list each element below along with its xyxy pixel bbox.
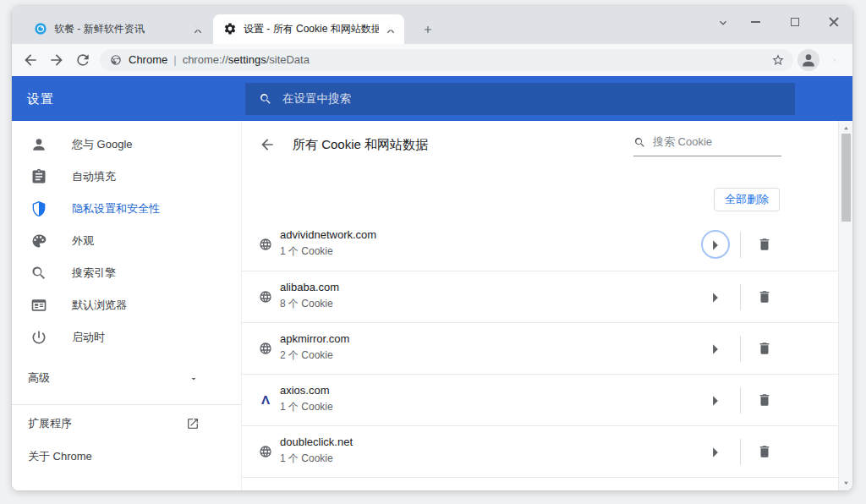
cookie-domain: alibaba.com	[280, 281, 339, 293]
cookie-search-input[interactable]: 搜索 Cookie	[633, 128, 781, 156]
row-separator	[740, 387, 741, 414]
close-tab-icon[interactable]	[191, 22, 205, 36]
sidebar-item-entry[interactable]: 搜索引擎	[12, 257, 241, 289]
globe-icon	[259, 445, 272, 458]
cookie-count: 2 个 Cookie	[280, 348, 333, 363]
sidebar-item-about-chrome[interactable]: 关于 Chrome	[12, 441, 241, 473]
browser-icon	[30, 297, 47, 314]
close-tab-icon[interactable]	[384, 22, 397, 36]
tab-settings[interactable]: 设置 - 所有 Cookie 和网站数据	[213, 14, 404, 44]
address-bar[interactable]: Chrome|chrome://settings/siteData	[100, 49, 793, 71]
globe-icon	[259, 342, 272, 355]
browser-toolbar: Chrome|chrome://settings/siteData	[12, 44, 852, 76]
cookie-row: apkmirror.com 2 个 Cookie	[242, 322, 839, 374]
cookie-search-placeholder: 搜索 Cookie	[653, 128, 712, 156]
chrome-badge-icon	[110, 54, 122, 66]
globe-icon	[259, 238, 272, 251]
maximize-button[interactable]	[781, 11, 809, 33]
expand-arrow-icon[interactable]	[704, 389, 727, 413]
globe-icon	[259, 290, 272, 304]
expand-arrow-icon[interactable]	[704, 286, 727, 310]
back-nav-icon[interactable]	[22, 52, 39, 68]
row-separator	[740, 336, 741, 362]
palette-icon	[30, 233, 47, 249]
cookie-count: 1 个 Cookie	[280, 400, 333, 414]
settings-search-placeholder: 在设置中搜索	[282, 83, 351, 115]
new-tab-button[interactable]	[418, 19, 438, 40]
cookie-domain: advividnetwork.com	[280, 228, 376, 241]
external-link-icon	[186, 417, 200, 430]
tab-strip: 软餐 - 新鲜软件资讯 设置 - 所有 Cookie 和网站数据	[12, 6, 852, 44]
sidebar-item-active[interactable]: 隐私设置和安全性	[12, 193, 241, 225]
delete-site-icon[interactable]	[757, 288, 772, 305]
settings-header: 设置 在设置中搜索	[12, 76, 852, 121]
tab-title: 软餐 - 新鲜软件资讯	[54, 14, 186, 44]
settings-gear-icon	[223, 22, 237, 36]
person-icon	[30, 136, 47, 153]
cookie-row: advividnetwork.com 1 个 Cookie	[242, 219, 839, 271]
sidebar-item-entry[interactable]: 启动时	[12, 321, 241, 353]
axios-logo: Λ	[259, 393, 272, 407]
tab-search-chevron-icon[interactable]	[714, 16, 732, 30]
sidebar-item-entry[interactable]: 外观	[12, 225, 241, 257]
tab-title: 设置 - 所有 Cookie 和网站数据	[244, 14, 379, 44]
delete-site-icon[interactable]	[757, 392, 772, 408]
scrollbar-thumb[interactable]	[841, 134, 851, 222]
sidebar-item-entry[interactable]: 自动填充	[12, 161, 241, 193]
cookie-row: Λ axios.com 1 个 Cookie	[242, 374, 839, 425]
settings-sidebar: 您与 Google 自动填充 隐私设置和安全性 外观 搜索引擎 默认浏览器 启动…	[12, 121, 241, 490]
cookie-domain: axios.com	[280, 384, 330, 397]
delete-site-icon[interactable]	[757, 340, 772, 357]
search-icon	[633, 136, 646, 149]
sidebar-menu: 您与 Google 自动填充 隐私设置和安全性 外观 搜索引擎 默认浏览器 启动…	[12, 129, 241, 353]
row-separator	[740, 439, 741, 465]
chevron-down-icon	[189, 374, 199, 384]
delete-site-icon[interactable]	[757, 443, 772, 460]
cookie-list: advividnetwork.com 1 个 Cookie alibaba.co…	[242, 219, 839, 490]
url-text: Chrome|chrome://settings/siteData	[129, 49, 310, 71]
scroll-up-icon[interactable]	[842, 125, 850, 131]
autofill-icon	[30, 168, 47, 185]
cookie-count: 1 个 Cookie	[280, 244, 333, 259]
ruancan-favicon	[34, 22, 47, 36]
content-scrollbar[interactable]	[838, 121, 852, 490]
cookie-domain: doubleclick.net	[280, 436, 353, 448]
close-window-button[interactable]	[819, 11, 848, 33]
delete-all-button[interactable]: 全部删除	[714, 188, 780, 211]
expand-arrow-icon[interactable]	[704, 337, 727, 361]
page-title: 所有 Cookie 和网站数据	[293, 134, 428, 155]
cookie-count: 1 个 Cookie	[280, 452, 333, 466]
power-icon	[30, 329, 47, 346]
cookie-row: alibaba.com 8 个 Cookie	[242, 271, 839, 322]
forward-nav-icon[interactable]	[48, 52, 65, 68]
sidebar-item-entry[interactable]: 您与 Google	[12, 129, 241, 161]
profile-avatar[interactable]	[797, 49, 819, 71]
row-separator	[740, 284, 741, 310]
reload-icon[interactable]	[74, 52, 91, 68]
cookie-count: 8 个 Cookie	[280, 297, 333, 311]
search-icon	[30, 265, 47, 282]
cookie-domain: apkmirror.com	[280, 332, 349, 345]
focus-ring	[701, 230, 730, 259]
row-separator	[740, 232, 741, 258]
tab-ruancan[interactable]: 软餐 - 新鲜软件资讯	[24, 14, 211, 44]
shield-icon	[30, 200, 47, 217]
back-button[interactable]	[257, 134, 277, 155]
sidebar-item-entry[interactable]: 默认浏览器	[12, 289, 241, 321]
sidebar-item-advanced[interactable]: 高级	[12, 362, 241, 394]
settings-title: 设置	[27, 76, 54, 121]
cookie-page: 所有 Cookie 和网站数据 搜索 Cookie 全部删除 advividne…	[241, 121, 838, 490]
search-icon	[259, 92, 272, 106]
scroll-down-icon[interactable]	[842, 480, 850, 486]
delete-site-icon[interactable]	[757, 236, 772, 253]
sidebar-divider	[12, 404, 241, 405]
settings-search-input[interactable]: 在设置中搜索	[245, 83, 795, 115]
expand-arrow-icon[interactable]	[704, 441, 727, 464]
browser-window: 软餐 - 新鲜软件资讯 设置 - 所有 Cookie 和网站数据 Chrome|…	[12, 6, 852, 490]
cookie-row: doubleclick.net 1 个 Cookie	[242, 425, 839, 477]
minimize-button[interactable]	[741, 11, 770, 33]
browser-menu-icon[interactable]	[828, 51, 841, 69]
partial-next-row	[242, 477, 839, 490]
bookmark-star-icon[interactable]	[771, 53, 785, 67]
sidebar-item-extensions[interactable]: 扩展程序	[12, 408, 241, 440]
